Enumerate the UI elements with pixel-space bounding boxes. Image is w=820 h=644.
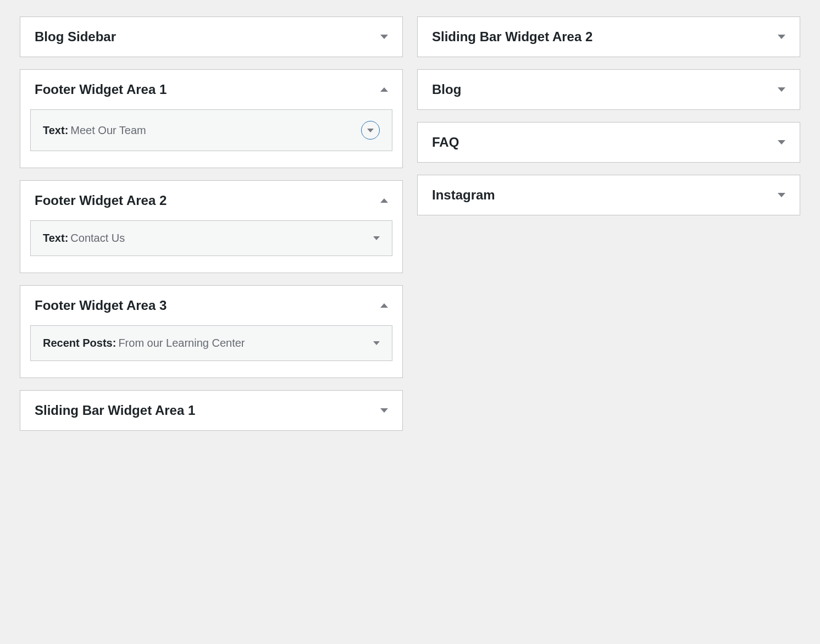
chevron-up-icon — [380, 303, 388, 308]
panel-title: Footer Widget Area 2 — [35, 193, 167, 208]
panel-title: Instagram — [432, 187, 495, 203]
widget-toggle-button[interactable] — [361, 121, 380, 140]
chevron-down-icon — [778, 87, 785, 92]
panel-header-faq[interactable]: FAQ — [418, 123, 800, 162]
panel-header-footer-widget-3[interactable]: Footer Widget Area 3 — [20, 286, 402, 325]
panel-header-sliding-bar-2[interactable]: Sliding Bar Widget Area 2 — [418, 17, 800, 57]
widget-label: Text:Meet Our Team — [43, 124, 146, 137]
panel-body: Text:Contact Us — [20, 220, 402, 273]
chevron-down-icon — [380, 408, 388, 413]
panel-footer-widget-2: Footer Widget Area 2 Text:Contact Us — [20, 180, 403, 273]
widget-item-text-contact-us[interactable]: Text:Contact Us — [30, 220, 392, 256]
widget-kind: Recent Posts — [43, 337, 113, 349]
panel-body: Text:Meet Our Team — [20, 109, 402, 168]
widget-title: Meet Our Team — [70, 124, 146, 136]
chevron-up-icon — [380, 198, 388, 203]
chevron-down-icon — [373, 341, 380, 345]
chevron-down-icon — [778, 140, 785, 145]
panel-header-blog-sidebar[interactable]: Blog Sidebar — [20, 17, 402, 57]
panel-title: FAQ — [432, 135, 459, 150]
chevron-down-icon — [373, 236, 380, 240]
panel-header-blog[interactable]: Blog — [418, 70, 800, 109]
separator: : — [65, 124, 69, 136]
panel-body: Recent Posts:From our Learning Center — [20, 325, 402, 377]
panel-title: Blog Sidebar — [35, 29, 116, 45]
widget-column-right: Sliding Bar Widget Area 2 Blog FAQ Insta… — [417, 16, 800, 215]
panel-blog: Blog — [417, 69, 800, 110]
widget-columns: Blog Sidebar Footer Widget Area 1 Text:M… — [20, 16, 800, 431]
chevron-down-icon — [380, 35, 388, 39]
widget-title: From our Learning Center — [118, 337, 245, 349]
panel-title: Footer Widget Area 1 — [35, 82, 167, 97]
widget-kind: Text — [43, 232, 65, 244]
panel-header-instagram[interactable]: Instagram — [418, 175, 800, 215]
chevron-down-icon — [367, 129, 374, 132]
panel-footer-widget-3: Footer Widget Area 3 Recent Posts:From o… — [20, 285, 403, 378]
panel-sliding-bar-2: Sliding Bar Widget Area 2 — [417, 16, 800, 57]
widget-title: Contact Us — [70, 232, 125, 244]
widget-kind: Text — [43, 124, 65, 136]
panel-header-footer-widget-2[interactable]: Footer Widget Area 2 — [20, 181, 402, 220]
panel-blog-sidebar: Blog Sidebar — [20, 16, 403, 57]
widget-column-left: Blog Sidebar Footer Widget Area 1 Text:M… — [20, 16, 403, 431]
separator: : — [113, 337, 117, 349]
widget-label: Text:Contact Us — [43, 232, 125, 245]
panel-title: Footer Widget Area 3 — [35, 298, 167, 313]
panel-instagram: Instagram — [417, 175, 800, 215]
chevron-up-icon — [380, 87, 388, 92]
panel-title: Sliding Bar Widget Area 1 — [35, 403, 195, 418]
panel-header-sliding-bar-1[interactable]: Sliding Bar Widget Area 1 — [20, 391, 402, 430]
panel-sliding-bar-1: Sliding Bar Widget Area 1 — [20, 390, 403, 431]
panel-title: Sliding Bar Widget Area 2 — [432, 29, 592, 45]
panel-title: Blog — [432, 82, 461, 97]
widget-label: Recent Posts:From our Learning Center — [43, 337, 245, 349]
panel-footer-widget-1: Footer Widget Area 1 Text:Meet Our Team — [20, 69, 403, 168]
chevron-down-icon — [778, 35, 785, 39]
panel-faq: FAQ — [417, 122, 800, 163]
widget-item-recent-posts[interactable]: Recent Posts:From our Learning Center — [30, 325, 392, 361]
separator: : — [65, 232, 69, 244]
widget-item-text-meet-our-team[interactable]: Text:Meet Our Team — [30, 109, 392, 151]
chevron-down-icon — [778, 193, 785, 197]
panel-header-footer-widget-1[interactable]: Footer Widget Area 1 — [20, 70, 402, 109]
